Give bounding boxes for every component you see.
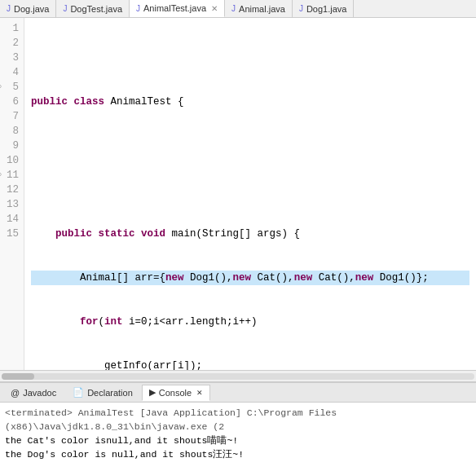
tab-label: Dog1.java xyxy=(306,4,347,14)
code-line-5: public static void main(String[] args) { xyxy=(31,227,469,241)
console-output-line-2: the Dog's color is null,and it shouts汪汪~… xyxy=(5,447,471,461)
tab-declaration-label: Declaration xyxy=(87,388,133,398)
java-file-icon-5: J xyxy=(299,4,303,13)
tab-dog-java[interactable]: J Dog.java xyxy=(0,0,56,17)
code-line-3 xyxy=(31,139,469,153)
tab-javadoc[interactable]: @ Javadoc xyxy=(3,385,64,401)
code-line-7: for(int i=0;i<arr.length;i++) xyxy=(31,315,469,329)
console-output-area: <terminated> AnimalTest [Java Applicatio… xyxy=(0,403,476,471)
console-terminated-line: <terminated> AnimalTest [Java Applicatio… xyxy=(5,406,471,434)
code-line-6: Animal[] arr={new Dog1(),new Cat(),new C… xyxy=(31,271,469,285)
code-line-4 xyxy=(31,183,469,197)
at-icon: @ xyxy=(11,388,20,398)
java-file-icon: J xyxy=(7,4,11,13)
scrollbar-thumb[interactable] xyxy=(2,373,34,380)
horizontal-scrollbar[interactable] xyxy=(0,370,476,381)
editor-scroll-area[interactable]: 1 2 3 4 5 ○ 6 7 8 9 10 11 ○ 12 13 14 15 … xyxy=(0,18,476,370)
bottom-tab-bar: @ Javadoc 📄 Declaration ▶ Console ✕ xyxy=(0,383,476,403)
tab-close-icon[interactable]: ✕ xyxy=(211,4,218,13)
tab-console-label: Console xyxy=(159,388,192,398)
tab-declaration[interactable]: 📄 Declaration xyxy=(65,385,140,401)
tab-label: DogTest.java xyxy=(70,4,122,14)
console-icon: ▶ xyxy=(149,387,156,398)
doc-icon: 📄 xyxy=(73,387,84,398)
code-line-2: public class AnimalTest { xyxy=(31,95,469,109)
tab-dogtest-java[interactable]: J DogTest.java xyxy=(56,0,130,17)
tab-animal-java[interactable]: J Animal.java xyxy=(225,0,293,17)
scrollbar-track[interactable] xyxy=(2,373,474,380)
tab-javadoc-label: Javadoc xyxy=(23,388,56,398)
code-line-1 xyxy=(31,51,469,65)
tab-label: Animal.java xyxy=(239,4,285,14)
code-editor: 1 2 3 4 5 ○ 6 7 8 9 10 11 ○ 12 13 14 15 … xyxy=(0,18,476,381)
editor-tab-bar: J Dog.java J DogTest.java J AnimalTest.j… xyxy=(0,0,476,18)
code-line-8: getInfo(arr[i]); xyxy=(31,359,469,370)
tab-label: AnimalTest.java xyxy=(143,3,206,13)
tab-dog1-java[interactable]: J Dog1.java xyxy=(293,0,355,17)
code-content[interactable]: public class AnimalTest { public static … xyxy=(24,18,476,370)
tab-console[interactable]: ▶ Console ✕ xyxy=(142,385,210,401)
line-numbers: 1 2 3 4 5 ○ 6 7 8 9 10 11 ○ 12 13 14 15 xyxy=(0,18,24,370)
java-file-icon-2: J xyxy=(63,4,67,13)
java-file-icon-4: J xyxy=(231,4,236,13)
console-output-line-1: the Cat's color isnull,and it shouts喵喵~! xyxy=(5,434,471,447)
tab-animaltest-java[interactable]: J AnimalTest.java ✕ xyxy=(130,0,225,17)
tab-label: Dog.java xyxy=(14,4,49,14)
console-close-icon[interactable]: ✕ xyxy=(196,389,203,397)
bottom-panel: @ Javadoc 📄 Declaration ▶ Console ✕ <ter… xyxy=(0,381,476,471)
java-file-icon-3: J xyxy=(136,4,140,13)
